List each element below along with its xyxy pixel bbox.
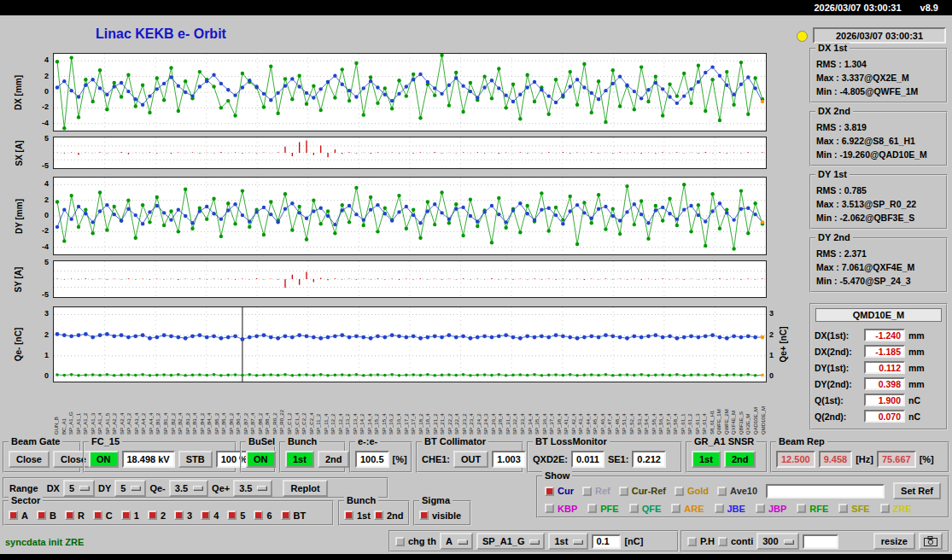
- monitor-name-label: SP_B4_4: [206, 385, 213, 435]
- busel-group: BuSel ON: [240, 441, 276, 473]
- replot-button[interactable]: Replot: [283, 480, 327, 497]
- sector-select[interactable]: A: [440, 533, 473, 550]
- gr-snsr-group: GR_A1 SNSR 1st 2nd: [686, 441, 768, 473]
- stat-panel-title: DY 2nd: [815, 232, 853, 242]
- range-dx-select[interactable]: 5: [63, 480, 95, 497]
- stat-panel-title: DX 1st: [815, 43, 850, 53]
- monitor-name-label: SP_61_2: [686, 385, 693, 435]
- sector-label: 5: [240, 510, 245, 521]
- show-label: Cur-Ref: [632, 486, 666, 496]
- show-label: ARE: [684, 504, 704, 514]
- stat-line: Max : 6.922@S8_61_H1: [816, 134, 941, 148]
- y-tick-label: 3: [769, 309, 774, 318]
- checkbox-icon: [545, 487, 554, 496]
- bunch-2nd-checkbox[interactable]: 2nd: [374, 510, 404, 521]
- threshold-input[interactable]: [592, 534, 621, 549]
- sector-checkbox-5[interactable]: 5: [227, 510, 245, 521]
- ph-checkbox[interactable]: P.H: [687, 536, 715, 546]
- sector-checkbox-b[interactable]: B: [37, 510, 56, 521]
- show-checkbox-cur-ref[interactable]: Cur-Ref: [619, 486, 666, 496]
- show-checkbox-gold[interactable]: Gold: [675, 486, 709, 496]
- conti-checkbox[interactable]: conti: [718, 536, 753, 546]
- resize-button[interactable]: resize: [873, 533, 915, 550]
- sector-checkbox-6[interactable]: 6: [254, 510, 272, 521]
- fc15-on-button[interactable]: ON: [89, 451, 119, 468]
- monitor-name-label: SP_A3_2: [126, 385, 132, 435]
- sector-checkbox-a[interactable]: A: [9, 510, 28, 521]
- dx-orbit-plot[interactable]: [53, 53, 767, 131]
- show-checkbox-sfe[interactable]: SFE: [838, 504, 869, 514]
- range-qe-minus-select[interactable]: 3.5: [169, 480, 208, 497]
- bunch-top-group: Bunch 1st 2nd: [279, 441, 346, 473]
- checkbox-icon: [121, 510, 131, 520]
- fc15-stb-button[interactable]: STB: [178, 451, 213, 468]
- range-dy-select[interactable]: 5: [114, 480, 146, 497]
- busel-on-button[interactable]: ON: [246, 451, 276, 468]
- monitor-name-label: QXF4E_M: [730, 385, 737, 435]
- show-checkbox-jbe[interactable]: JBE: [715, 504, 745, 514]
- sector-checkbox-4[interactable]: 4: [201, 510, 219, 521]
- bunch-select[interactable]: 1st: [548, 533, 588, 550]
- monitor-name-label: SP_A1_2: [82, 385, 89, 435]
- sx-steering-plot[interactable]: [53, 137, 767, 169]
- show-group: Show CurRefCur-RefGoldAve10 Set Ref KBPP…: [536, 475, 949, 518]
- bunch-1st-button[interactable]: 1st: [285, 451, 314, 468]
- monitor-name-label: SP_21_2: [432, 385, 439, 435]
- monitor-name-label: SP_B5_4: [220, 385, 227, 435]
- show-label: KBP: [558, 504, 577, 514]
- monitor-name-label: SP_42_4: [570, 385, 577, 435]
- show-label: RFE: [809, 504, 828, 514]
- interval-select[interactable]: 300: [756, 533, 798, 550]
- gr-snsr-1st-button[interactable]: 1st: [692, 451, 721, 468]
- bunch-2nd-button[interactable]: 2nd: [318, 451, 350, 468]
- y-tick-label: 0: [44, 87, 49, 96]
- charge-plot[interactable]: [53, 306, 767, 382]
- monitor-name-label: SP_18_2: [418, 385, 424, 435]
- monitor-name-label: SP_B6_4: [235, 385, 242, 435]
- monitor-name-label: QMD10E_M: [760, 385, 767, 435]
- sector-checkbox-1[interactable]: 1: [121, 510, 139, 521]
- set-ref-button[interactable]: Set Ref: [893, 482, 941, 499]
- show-checkbox-are[interactable]: ARE: [671, 504, 704, 514]
- monitor-value: 0.070: [864, 410, 905, 423]
- show-checkbox-jbp[interactable]: JBP: [756, 504, 786, 514]
- show-label: ZRE: [893, 504, 912, 514]
- che1-out-button[interactable]: OUT: [453, 451, 488, 468]
- sector-checkbox-r[interactable]: R: [65, 510, 85, 521]
- sector-checkbox-2[interactable]: 2: [148, 510, 166, 521]
- monitor-name-label: SP_14_2: [359, 385, 365, 435]
- stat-line: Max : 3.337@QX2E_M: [816, 71, 941, 85]
- sector-label: B: [50, 510, 56, 521]
- show-checkbox-qfe[interactable]: QFE: [629, 504, 662, 514]
- bunch-1st-checkbox[interactable]: 1st: [344, 510, 371, 521]
- chg-th-checkbox[interactable]: chg th: [395, 536, 436, 546]
- gr-snsr-2nd-button[interactable]: 2nd: [724, 451, 756, 468]
- count-input[interactable]: [803, 534, 838, 549]
- show-checkbox-rfe[interactable]: RFE: [797, 504, 828, 514]
- dy-orbit-plot[interactable]: [53, 177, 767, 255]
- dy-axis-ticks: 420-2-4: [32, 177, 50, 255]
- set-ref-input[interactable]: [766, 484, 885, 499]
- show-checkbox-zre[interactable]: ZRE: [880, 504, 912, 514]
- busel-group-title: BuSel: [246, 436, 277, 446]
- show-checkbox-ave10[interactable]: Ave10: [717, 486, 757, 496]
- sy-steering-plot[interactable]: [53, 260, 767, 298]
- show-checkbox-cur[interactable]: Cur: [545, 486, 574, 496]
- snapshot-camera-button[interactable]: [919, 533, 943, 550]
- sector-label: 3: [187, 510, 192, 521]
- sigma-visible-label: visible: [432, 510, 461, 521]
- show-checkbox-kbp[interactable]: KBP: [545, 504, 577, 514]
- monitor-name-label: SP_A1_4: [96, 385, 103, 435]
- sector-checkbox-bt[interactable]: BT: [281, 510, 307, 521]
- monitor-row: Q(2nd):0.070nC: [815, 408, 943, 424]
- sector-checkbox-3[interactable]: 3: [174, 510, 192, 521]
- checkbox-icon: [93, 510, 102, 520]
- monitor-select[interactable]: SP_A1_G: [476, 533, 546, 550]
- monitor-name-label: SP_B1_4: [162, 385, 169, 435]
- beam-gate-close-1-button[interactable]: Close: [9, 451, 50, 468]
- sector-checkbox-c[interactable]: C: [93, 510, 113, 521]
- sigma-visible-checkbox[interactable]: visible: [419, 510, 461, 521]
- range-qe-plus-select[interactable]: 3.5: [233, 480, 272, 497]
- show-checkbox-pfe[interactable]: PFE: [587, 504, 618, 514]
- show-checkbox-ref[interactable]: Ref: [582, 486, 610, 496]
